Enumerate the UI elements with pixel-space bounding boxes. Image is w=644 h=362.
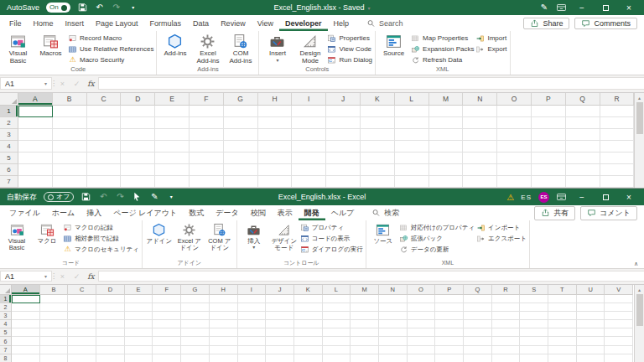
close-button[interactable]: × — [621, 193, 637, 202]
cell-L2[interactable] — [323, 303, 351, 312]
cell-M8[interactable] — [351, 354, 379, 362]
insert-function-icon[interactable]: fx — [84, 271, 98, 282]
cell-Q2[interactable] — [566, 117, 600, 129]
ribbon-display-options-icon[interactable] — [556, 192, 567, 202]
cell-Q3[interactable] — [566, 129, 600, 141]
view-code-button[interactable]: コードの表示 — [300, 235, 363, 243]
cell-G7[interactable] — [181, 346, 210, 354]
cell-R2[interactable] — [492, 303, 521, 312]
name-box-dropdown-icon[interactable]: ▾ — [44, 80, 47, 86]
cell-E2[interactable] — [155, 117, 190, 129]
cell-H3[interactable] — [210, 312, 238, 320]
cell-L3[interactable] — [395, 129, 429, 141]
cell-N5[interactable] — [463, 153, 497, 164]
cell-O5[interactable] — [408, 328, 436, 337]
use-relative-references-button[interactable]: Use Relative References — [68, 45, 153, 54]
column-header-L[interactable]: L — [395, 93, 429, 106]
cell-A1[interactable] — [12, 295, 40, 303]
cell-S3[interactable] — [520, 312, 548, 320]
cell-D3[interactable] — [121, 129, 155, 141]
cell-L1[interactable] — [323, 295, 351, 303]
undo-button[interactable]: ↶ — [98, 193, 108, 201]
cell-T6[interactable] — [548, 337, 577, 345]
redo-button[interactable]: ↷ — [112, 3, 122, 12]
macros-button[interactable]: Macros — [35, 32, 66, 65]
maximize-button[interactable] — [597, 3, 614, 13]
cell-Q7[interactable] — [566, 176, 600, 188]
cell-I7[interactable] — [238, 346, 267, 354]
column-header-J[interactable]: J — [326, 93, 361, 106]
cell-P8[interactable] — [435, 354, 464, 362]
cell-N4[interactable] — [463, 141, 497, 153]
formula-input[interactable] — [98, 271, 644, 282]
cell-L4[interactable] — [323, 320, 351, 328]
cell-M7[interactable] — [429, 176, 464, 188]
insert-control-button[interactable]: Insert ▾ — [262, 32, 293, 65]
cell-R3[interactable] — [492, 312, 521, 320]
cell-O1[interactable] — [408, 295, 436, 303]
cell-U1[interactable] — [577, 295, 605, 303]
cancel-entry-icon[interactable]: × — [55, 271, 70, 282]
tab-formulas[interactable]: Formulas — [144, 15, 188, 31]
cell-G1[interactable] — [224, 106, 258, 117]
cell-G7[interactable] — [224, 176, 258, 188]
column-header-L[interactable]: L — [323, 285, 351, 295]
cell-R7[interactable] — [492, 346, 521, 354]
tab-formulas[interactable]: 数式 — [183, 205, 210, 220]
cell-S2[interactable] — [520, 303, 548, 312]
cell-K6[interactable] — [294, 337, 323, 345]
cell-U7[interactable] — [577, 346, 605, 354]
cell-A5[interactable] — [12, 328, 40, 337]
macro-security-button[interactable]: ⚠Macro Security — [68, 56, 153, 64]
cell-L4[interactable] — [395, 141, 429, 153]
cell-J3[interactable] — [266, 312, 294, 320]
save-button[interactable] — [77, 3, 88, 13]
select-all-corner[interactable] — [0, 93, 18, 106]
cell-F4[interactable] — [190, 141, 224, 153]
cell-K5[interactable] — [361, 153, 395, 164]
cell-I7[interactable] — [292, 176, 326, 188]
column-header-F[interactable]: F — [153, 285, 181, 295]
cell-F2[interactable] — [153, 303, 181, 312]
cell-J7[interactable] — [326, 176, 361, 188]
expansion-packs-button[interactable]: Expansion Packs — [411, 45, 474, 54]
cell-R1[interactable] — [492, 295, 521, 303]
row-header-5[interactable]: 5 — [0, 153, 18, 164]
insert-dropdown-icon[interactable]: ▾ — [252, 246, 255, 250]
insert-dropdown-icon[interactable]: ▾ — [276, 59, 278, 63]
cell-E1[interactable] — [155, 106, 190, 117]
tab-review[interactable]: 校閲 — [245, 205, 272, 220]
use-relative-references-button[interactable]: 相対参照で記録 — [63, 235, 139, 243]
column-header-N[interactable]: N — [463, 93, 497, 106]
cell-B7[interactable] — [40, 346, 69, 354]
cell-M5[interactable] — [351, 328, 379, 337]
cell-N3[interactable] — [379, 312, 408, 320]
cell-J2[interactable] — [266, 303, 294, 312]
cell-R1[interactable] — [600, 106, 634, 117]
cell-K6[interactable] — [361, 164, 395, 176]
cell-V1[interactable] — [605, 295, 633, 303]
cell-K7[interactable] — [361, 176, 395, 188]
search-box[interactable]: 検索 — [371, 205, 399, 220]
cell-R8[interactable] — [492, 354, 521, 362]
cell-B7[interactable] — [53, 176, 87, 188]
column-header-U[interactable]: U — [577, 285, 605, 295]
cell-M1[interactable] — [429, 106, 464, 117]
cell-C6[interactable] — [87, 164, 122, 176]
cell-Q6[interactable] — [566, 164, 600, 176]
warning-icon[interactable]: ⚠ — [506, 193, 514, 202]
cell-C7[interactable] — [87, 176, 122, 188]
cell-A7[interactable] — [18, 176, 53, 188]
excel-addins-button[interactable]: Excel Add-ins — [192, 32, 223, 65]
cell-D1[interactable] — [121, 106, 155, 117]
cell-P4[interactable] — [532, 141, 566, 153]
cell-E4[interactable] — [155, 141, 190, 153]
refresh-data-button[interactable]: データの更新 — [399, 246, 475, 254]
cell-C8[interactable] — [68, 354, 96, 362]
cell-H5[interactable] — [210, 328, 238, 337]
cell-R4[interactable] — [492, 320, 521, 328]
cell-N8[interactable] — [379, 354, 408, 362]
addins-button[interactable]: Add-ins — [159, 32, 190, 65]
cell-A5[interactable] — [18, 153, 53, 164]
cell-B6[interactable] — [53, 164, 87, 176]
